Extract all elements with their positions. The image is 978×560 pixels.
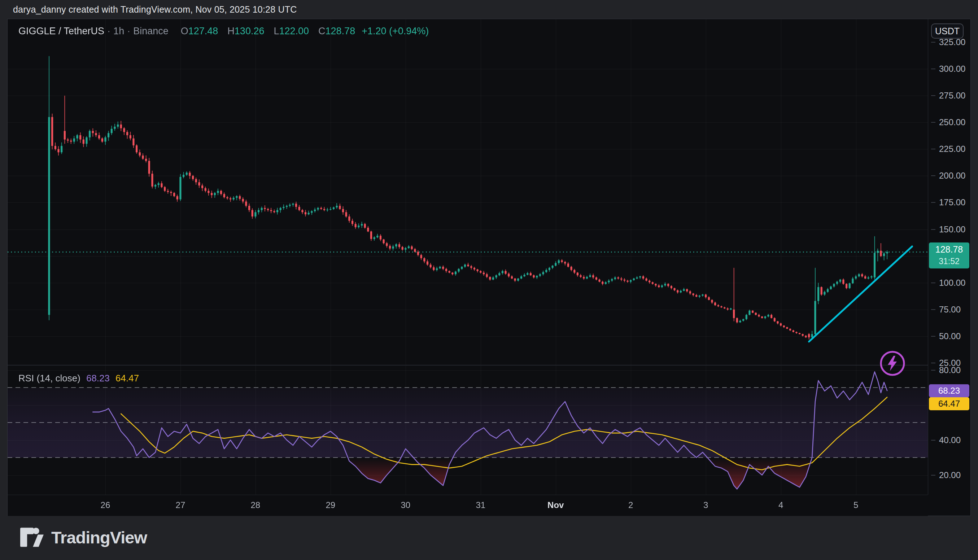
close-value: 128.78 bbox=[325, 26, 355, 37]
time-axis-label: 3 bbox=[691, 500, 720, 510]
open-label: O bbox=[181, 26, 188, 37]
time-axis-label: 5 bbox=[841, 500, 870, 510]
legend-separator2: · bbox=[124, 26, 133, 37]
price-axis-label: 100.00 bbox=[939, 278, 965, 288]
high-label: H bbox=[227, 26, 235, 37]
attribution-text: darya_danny created with TradingView.com… bbox=[13, 4, 297, 15]
bar-countdown: 31:52 bbox=[929, 256, 969, 266]
rsi-title: RSI (14, close) bbox=[18, 373, 80, 383]
rsi-axis-label: 20.00 bbox=[939, 470, 961, 480]
rsi-ma-value: 64.47 bbox=[115, 373, 139, 383]
tradingview-logo[interactable]: TradingView bbox=[20, 527, 147, 548]
interval-label: 1h bbox=[113, 26, 124, 37]
high-value: 130.26 bbox=[235, 26, 265, 37]
change-value: +1.20 (+0.94%) bbox=[362, 26, 429, 37]
lightning-icon bbox=[879, 350, 906, 377]
price-axis[interactable]: USDT 325.00300.00275.00250.00225.00200.0… bbox=[928, 19, 971, 495]
price-axis-label: 325.00 bbox=[939, 37, 965, 47]
price-axis-label: 275.00 bbox=[939, 90, 965, 101]
price-axis-label: 75.00 bbox=[939, 305, 961, 315]
rsi-ma-badge: 64.47 bbox=[929, 397, 969, 410]
price-axis-label: 300.00 bbox=[939, 64, 965, 74]
attribution-bar: darya_danny created with TradingView.com… bbox=[13, 0, 297, 19]
price-axis-label: 50.00 bbox=[939, 331, 961, 341]
time-axis-label: Nov bbox=[541, 500, 570, 510]
symbol-legend: GIGGLE / TetherUS·1h·BinanceO127.48H130.… bbox=[18, 26, 429, 37]
page: darya_danny created with TradingView.com… bbox=[0, 0, 978, 560]
boost-button[interactable] bbox=[879, 350, 906, 377]
rsi-value: 68.23 bbox=[86, 373, 110, 383]
time-axis-label: 27 bbox=[166, 500, 195, 510]
time-axis-label: 30 bbox=[391, 500, 420, 510]
time-axis-label: 31 bbox=[466, 500, 495, 510]
time-axis-label: 26 bbox=[91, 500, 120, 510]
chart-canvas[interactable] bbox=[8, 19, 928, 516]
price-axis-label: 175.00 bbox=[939, 197, 965, 207]
time-axis-label: 2 bbox=[616, 500, 645, 510]
rsi-axis-label: 40.00 bbox=[939, 435, 961, 445]
current-price-badge: 128.78 31:52 bbox=[929, 242, 969, 268]
open-value: 127.48 bbox=[188, 26, 218, 37]
price-axis-label: 150.00 bbox=[939, 225, 965, 235]
price-axis-label: 225.00 bbox=[939, 144, 965, 154]
close-label: C bbox=[318, 26, 325, 37]
footer: TradingView bbox=[0, 516, 978, 560]
price-axis-label: 250.00 bbox=[939, 117, 965, 127]
legend-separator: · bbox=[104, 26, 113, 37]
currency-toggle-button[interactable]: USDT bbox=[931, 23, 963, 38]
tradingview-logo-mark bbox=[20, 527, 44, 548]
low-value: 122.00 bbox=[279, 26, 309, 37]
time-axis[interactable]: 262728293031Nov2345 bbox=[8, 495, 928, 516]
price-axis-label: 200.00 bbox=[939, 171, 965, 181]
rsi-badge: 68.23 bbox=[929, 384, 969, 397]
tradingview-wordmark: TradingView bbox=[51, 528, 147, 547]
time-axis-label: 29 bbox=[316, 500, 345, 510]
symbol-name: GIGGLE / TetherUS bbox=[18, 26, 104, 37]
time-axis-label: 28 bbox=[241, 500, 270, 510]
chart-widget: GIGGLE / TetherUS·1h·BinanceO127.48H130.… bbox=[7, 19, 971, 516]
low-label: L bbox=[273, 26, 279, 37]
current-price-value: 128.78 bbox=[929, 242, 969, 256]
rsi-legend: RSI (14, close)68.2364.47 bbox=[18, 373, 139, 384]
exchange-label: Binance bbox=[133, 26, 168, 37]
time-axis-label: 4 bbox=[766, 500, 795, 510]
rsi-axis-label: 80.00 bbox=[939, 365, 961, 375]
